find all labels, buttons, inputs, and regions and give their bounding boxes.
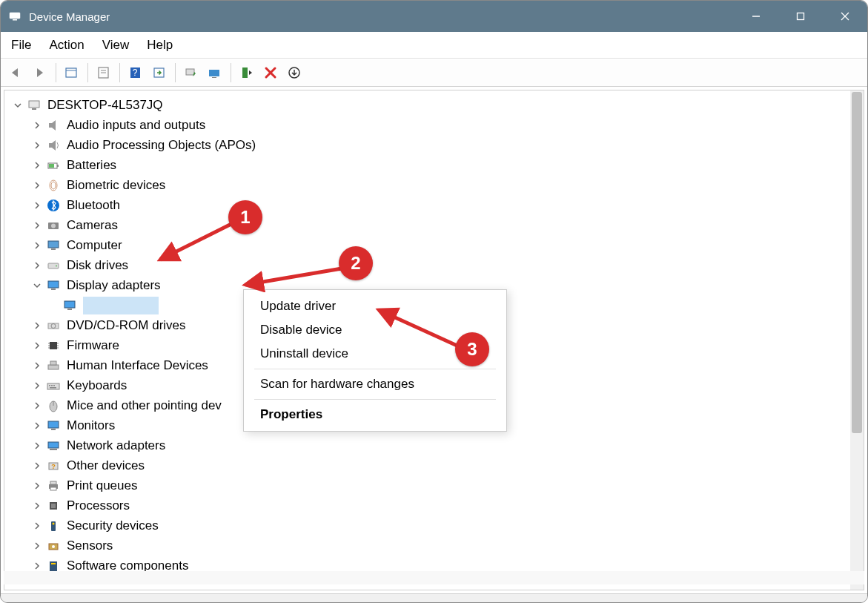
tree-item-label: Keyboards xyxy=(67,375,127,395)
chevron-right-icon[interactable] xyxy=(31,220,43,231)
display-adapter-icon xyxy=(62,298,77,313)
menu-view[interactable]: View xyxy=(102,38,130,53)
chevron-right-icon[interactable] xyxy=(31,179,43,191)
chevron-right-icon[interactable] xyxy=(31,360,43,372)
chevron-down-icon[interactable] xyxy=(12,99,24,111)
properties-button[interactable] xyxy=(93,62,115,84)
scan-hardware-button[interactable] xyxy=(180,62,202,84)
tree-item[interactable]: Network adapters xyxy=(12,435,856,455)
tree-item[interactable]: Audio Processing Objects (APOs) xyxy=(12,135,856,155)
close-button[interactable] xyxy=(823,1,867,32)
uninstall-button[interactable] xyxy=(259,62,282,84)
chevron-right-icon[interactable] xyxy=(31,520,43,532)
tree-item-label: Cameras xyxy=(67,215,118,235)
chevron-right-icon[interactable] xyxy=(31,440,43,452)
chevron-right-icon[interactable] xyxy=(31,139,43,151)
tree-item-label: Audio inputs and outputs xyxy=(67,115,205,135)
back-button[interactable] xyxy=(5,62,27,84)
tree-item-label: Security devices xyxy=(67,515,159,536)
forward-button[interactable] xyxy=(29,62,51,84)
menu-action[interactable]: Action xyxy=(49,38,84,53)
annotation-2: 2 xyxy=(339,246,373,280)
separator xyxy=(175,63,176,82)
tree-item[interactable]: Audio inputs and outputs xyxy=(12,115,856,135)
device-category-icon xyxy=(46,338,61,353)
svg-rect-37 xyxy=(48,323,59,329)
action-button[interactable] xyxy=(148,62,170,84)
update-driver-button[interactable] xyxy=(204,62,226,84)
svg-rect-61 xyxy=(50,481,56,484)
chevron-right-icon[interactable] xyxy=(31,260,43,271)
chevron-right-icon[interactable] xyxy=(31,380,43,392)
device-category-icon xyxy=(46,478,61,493)
tree-item-label: Biometric devices xyxy=(67,175,165,195)
maximize-button[interactable] xyxy=(778,1,823,32)
tree-item[interactable]: Security devices xyxy=(12,515,856,536)
svg-rect-62 xyxy=(50,487,56,490)
chevron-right-icon[interactable] xyxy=(31,540,43,552)
tree-item-label: Other devices xyxy=(67,455,145,475)
svg-rect-39 xyxy=(50,342,57,349)
device-category-icon xyxy=(46,498,61,513)
tree-item[interactable]: Bluetooth xyxy=(12,195,856,215)
svg-rect-51 xyxy=(53,385,55,386)
svg-rect-20 xyxy=(32,108,36,110)
tree-item[interactable]: Disk drives xyxy=(12,255,856,275)
horizontal-scrollbar[interactable] xyxy=(4,571,864,584)
scroll-thumb[interactable] xyxy=(852,92,862,433)
show-hide-tree-button[interactable] xyxy=(61,62,83,84)
statusbar xyxy=(1,593,867,603)
svg-rect-17 xyxy=(242,67,248,78)
svg-rect-29 xyxy=(48,241,59,248)
tree-item-label: Processors xyxy=(67,495,130,515)
chevron-right-icon[interactable] xyxy=(31,560,43,572)
tree-item[interactable]: Processors xyxy=(12,495,856,515)
minimize-button[interactable] xyxy=(734,1,778,32)
device-category-icon xyxy=(46,198,61,213)
scan-button-2[interactable] xyxy=(283,62,305,84)
tree-item-label: Monitors xyxy=(67,415,115,435)
chevron-right-icon[interactable] xyxy=(31,320,43,332)
tree-item[interactable]: ?Other devices xyxy=(12,455,856,475)
vertical-scrollbar[interactable] xyxy=(850,90,864,590)
svg-point-25 xyxy=(51,182,56,189)
enable-device-button[interactable] xyxy=(236,62,258,84)
menu-file[interactable]: File xyxy=(11,38,31,53)
tree-item[interactable]: Computer xyxy=(12,235,856,255)
help-button[interactable]: ? xyxy=(125,62,147,84)
chevron-down-icon[interactable] xyxy=(31,280,43,291)
chevron-right-icon[interactable] xyxy=(31,480,43,492)
svg-rect-47 xyxy=(50,361,56,365)
tree-item-label: Network adapters xyxy=(67,435,165,455)
svg-rect-50 xyxy=(51,385,53,386)
tree-item-label: Audio Processing Objects (APOs) xyxy=(67,135,256,155)
svg-rect-57 xyxy=(48,442,59,448)
tree-item[interactable]: Biometric devices xyxy=(12,175,856,195)
chevron-right-icon[interactable] xyxy=(31,460,43,472)
separator xyxy=(231,63,231,82)
tree-item-label: Bluetooth xyxy=(67,195,120,215)
svg-rect-1 xyxy=(13,19,17,21)
menu-help[interactable]: Help xyxy=(147,38,173,53)
chevron-right-icon[interactable] xyxy=(31,500,43,512)
tree-item[interactable]: Sensors xyxy=(12,536,856,556)
ctx-scan-hardware[interactable]: Scan for hardware changes xyxy=(244,372,506,396)
tree-root[interactable]: DESKTOP-4L537JQ xyxy=(12,95,856,115)
svg-rect-69 xyxy=(50,561,57,571)
chevron-right-icon[interactable] xyxy=(31,240,43,251)
chevron-right-icon[interactable] xyxy=(31,400,43,412)
ctx-properties[interactable]: Properties xyxy=(244,403,506,426)
chevron-right-icon[interactable] xyxy=(31,119,43,131)
chevron-right-icon[interactable] xyxy=(31,200,43,211)
tree-item[interactable]: Batteries xyxy=(12,155,856,175)
chevron-right-icon[interactable] xyxy=(31,340,43,352)
tree-item[interactable]: Print queues xyxy=(12,475,856,495)
device-category-icon xyxy=(46,278,61,293)
annotation-1: 1 xyxy=(228,200,262,234)
svg-rect-55 xyxy=(48,421,59,428)
tree-item-label: Human Interface Devices xyxy=(67,355,208,375)
chevron-right-icon[interactable] xyxy=(31,159,43,171)
tree-item[interactable]: Cameras xyxy=(12,215,856,235)
chevron-right-icon[interactable] xyxy=(31,420,43,432)
tree-item-label: Sensors xyxy=(67,536,113,556)
